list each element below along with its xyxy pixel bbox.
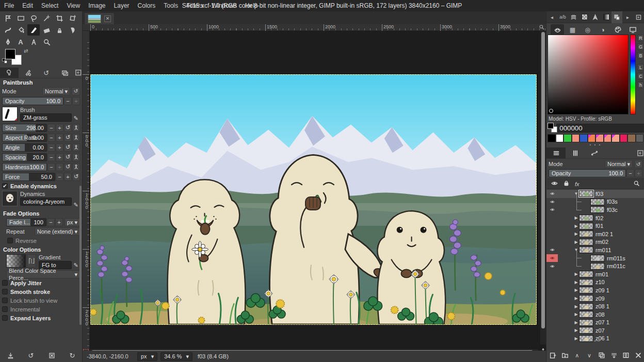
raise-layer-button[interactable]: ∧: [572, 350, 582, 360]
layer-row-f02[interactable]: ▶f02: [546, 214, 644, 222]
expander-icon[interactable]: ▶: [573, 328, 579, 333]
color-swatch[interactable]: [604, 134, 612, 142]
free-select-tool[interactable]: [27, 12, 40, 24]
layer-mode-dropdown[interactable]: Normal▾: [605, 160, 633, 168]
delete-layer-button[interactable]: [633, 350, 643, 360]
plus-icon[interactable]: +: [56, 163, 63, 171]
picker-scales-icon[interactable]: [626, 24, 640, 36]
layers-overflow-dots[interactable]: ┅┅┅: [546, 340, 644, 344]
channel-button-R[interactable]: R: [637, 35, 644, 41]
tab-paths[interactable]: [585, 147, 604, 158]
fade-minus-button[interactable]: −: [47, 218, 55, 226]
picker-wheel-icon[interactable]: ◑: [596, 24, 609, 36]
brush-name-entry[interactable]: ZM-grass: [20, 113, 72, 122]
expander-icon[interactable]: ▶: [573, 296, 579, 301]
layer-visibility-eye-icon[interactable]: [546, 230, 558, 238]
check-incremental[interactable]: Incremental: [0, 305, 82, 314]
expander-icon[interactable]: ▶: [573, 240, 579, 244]
layer-visibility-eye-icon[interactable]: [546, 270, 558, 278]
dock-tab-patterns-icon[interactable]: [579, 11, 590, 23]
layer-row-z08-1[interactable]: ▶z08 1: [546, 302, 644, 310]
layer-thumbnail[interactable]: [579, 311, 593, 318]
layer-visibility-eye-icon[interactable]: [546, 278, 558, 287]
dock-tab-colors-icon[interactable]: [611, 11, 622, 23]
menu-tools[interactable]: Tools: [159, 0, 182, 11]
ink-tool[interactable]: [2, 36, 14, 47]
layer-visibility-eye-icon[interactable]: [546, 310, 558, 319]
alignment-tool[interactable]: [2, 12, 14, 24]
size-slider[interactable]: Size298.00: [2, 124, 47, 132]
layer-opacity-minus[interactable]: −: [626, 169, 634, 177]
minus-icon[interactable]: −: [47, 143, 55, 152]
checkbox-icon[interactable]: [2, 280, 8, 286]
layer-thumbnail[interactable]: [590, 255, 605, 261]
eraser-tool[interactable]: [40, 24, 53, 36]
layer-row-z09[interactable]: ▶z09: [546, 294, 644, 303]
layer-visibility-eye-icon[interactable]: [546, 262, 558, 270]
plus-icon[interactable]: +: [64, 173, 72, 181]
channel-button-B[interactable]: B: [637, 52, 644, 59]
canvas-viewport[interactable]: 0500100015002000: [83, 31, 546, 356]
link-jack-icon[interactable]: [72, 124, 80, 132]
left-panel-scrollbar[interactable]: [79, 186, 82, 325]
fade-length-slider[interactable]: Fade l... 100: [6, 218, 46, 226]
layer-visibility-eye-icon[interactable]: [546, 206, 558, 214]
paintbrush-tool[interactable]: [27, 24, 40, 36]
layer-row-rm011c[interactable]: rm011c: [546, 262, 644, 270]
reset-icon[interactable]: ↺: [72, 173, 80, 181]
layer-row-rm01[interactable]: ▶rm01: [546, 270, 644, 278]
lock-icon[interactable]: [563, 180, 570, 188]
tab-undo-history[interactable]: ↺: [37, 68, 56, 78]
layer-visibility-eye-icon[interactable]: [546, 214, 558, 222]
reset-icon[interactable]: ↺: [64, 163, 72, 171]
new-layer-button[interactable]: [548, 350, 558, 360]
expander-icon[interactable]: ▶: [573, 224, 579, 228]
layer-row-rm02[interactable]: ▶rm02: [546, 238, 644, 246]
reset-icon[interactable]: ↺: [64, 143, 72, 152]
mode-reset-split[interactable]: ↺: [72, 87, 80, 95]
expander-icon[interactable]: ▶: [573, 280, 579, 285]
minus-icon[interactable]: −: [47, 134, 55, 142]
crop-tool[interactable]: [53, 12, 66, 24]
layer-thumbnail[interactable]: [590, 263, 605, 270]
link-jack-icon[interactable]: [72, 163, 80, 171]
checkbox-icon[interactable]: [2, 298, 8, 303]
zoom-tool[interactable]: [40, 36, 53, 47]
unit-dropdown[interactable]: px▾: [137, 352, 157, 361]
duplicate-layer-button[interactable]: [597, 350, 607, 360]
layer-thumbnail[interactable]: [579, 231, 593, 237]
hardness-slider[interactable]: Hardness100.0: [2, 163, 47, 171]
color-swatch[interactable]: [556, 134, 564, 142]
expander-icon[interactable]: ▶: [573, 320, 579, 325]
plus-icon[interactable]: +: [56, 124, 63, 132]
layer-row-f03s[interactable]: f03s: [546, 198, 644, 206]
expander-icon[interactable]: ▶: [573, 272, 579, 276]
zoom-dropdown[interactable]: 34.6 %▾: [160, 352, 192, 361]
expander-icon[interactable]: ▶: [573, 232, 579, 236]
reset-icon[interactable]: ↺: [64, 153, 72, 161]
layer-opacity-plus[interactable]: +: [635, 169, 642, 177]
color-swatch[interactable]: [620, 134, 628, 142]
check-expand-layers[interactable]: Expand Layers: [0, 314, 82, 322]
dynamics-name-entry[interactable]: coloring-Aryeom: [20, 198, 72, 206]
dock-prev-arrow-icon[interactable]: ◂: [546, 11, 557, 23]
tab-images[interactable]: [56, 68, 74, 78]
blend-space-dropdown[interactable]: Blend Color Space Perce...▾: [6, 270, 80, 278]
dock-menu-icon[interactable]: [633, 11, 644, 23]
layer-thumbnail[interactable]: [579, 287, 593, 293]
fuzzy-select-tool[interactable]: [40, 12, 53, 24]
new-group-button[interactable]: [560, 350, 570, 360]
layer-visibility-eye-icon[interactable]: [546, 294, 558, 303]
layer-visibility-eye-icon[interactable]: [546, 319, 558, 327]
search-icon[interactable]: [633, 180, 640, 188]
dock-tab-brushes-icon[interactable]: [568, 11, 579, 23]
color-swatch[interactable]: [595, 134, 604, 142]
vertical-ruler[interactable]: 0500100015002000: [83, 31, 90, 356]
layer-row-rm011s[interactable]: rm011s: [546, 254, 644, 262]
reset-icon[interactable]: ↺: [634, 160, 642, 168]
color-swatch[interactable]: [579, 134, 588, 142]
zoom-follow-icon[interactable]: [539, 24, 544, 31]
check-lock-brush-to-view[interactable]: Lock brush to view: [0, 296, 82, 305]
dock-tab-fonts-icon[interactable]: a/b: [557, 11, 568, 23]
color-swatch[interactable]: [636, 134, 644, 142]
